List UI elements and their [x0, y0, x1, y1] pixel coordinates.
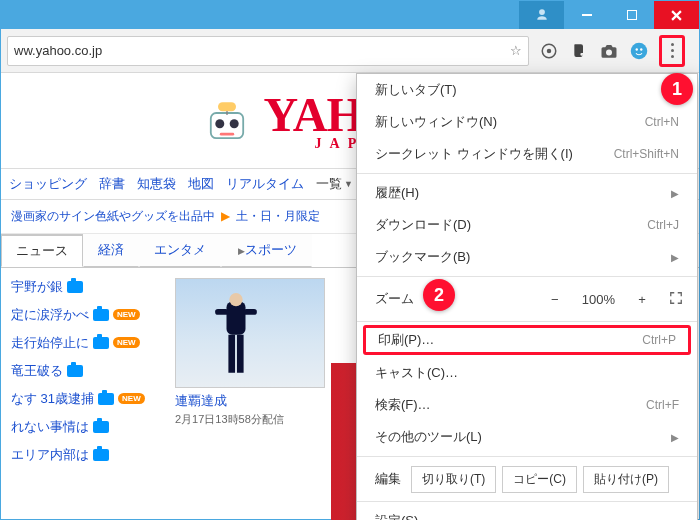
camera-icon[interactable] [599, 41, 619, 61]
skater-illustration [206, 292, 266, 387]
svg-rect-22 [244, 309, 257, 315]
promo-left[interactable]: 漫画家のサイン色紙やグッズを出品中 [11, 208, 215, 225]
user-icon [535, 8, 549, 22]
photo-icon [93, 421, 109, 433]
fullscreen-icon[interactable] [669, 291, 683, 308]
promo-tri-icon: ▶ [221, 209, 230, 223]
svg-point-9 [215, 120, 224, 129]
copy-button[interactable]: コピー(C) [502, 466, 577, 493]
new-badge: NEW [113, 309, 140, 320]
list-item[interactable]: なす 31歳逮捕 NEW [11, 390, 161, 408]
menu-print[interactable]: 印刷(P)…Ctrl+P [363, 325, 691, 355]
mascot-icon [200, 95, 254, 149]
toolbar-icons [529, 35, 693, 67]
news-thumb[interactable]: 連覇達成 2月17日13時58分配信 [175, 278, 335, 464]
list-item[interactable]: 宇野が銀 [11, 278, 161, 296]
menu-incognito[interactable]: シークレット ウィンドウを開く(I)Ctrl+Shift+N [357, 138, 697, 170]
url-text: ww.yahoo.co.jp [14, 43, 102, 58]
chrome-menu-button[interactable] [659, 35, 685, 67]
minimize-icon [582, 10, 592, 20]
svg-rect-0 [582, 14, 592, 16]
list-item[interactable]: エリア内部は [11, 446, 161, 464]
evernote-icon[interactable] [569, 41, 589, 61]
new-badge: NEW [118, 393, 145, 404]
svg-point-5 [631, 42, 648, 59]
news-list: 宇野が銀 定に涙浮かべ NEW 走行始停止に NEW 竜王破る なす 31歳逮捕… [11, 278, 161, 464]
svg-rect-20 [237, 334, 244, 372]
nav-chiebukuro[interactable]: 知恵袋 [137, 175, 176, 193]
profile-button[interactable] [519, 1, 564, 29]
list-item[interactable]: 走行始停止に NEW [11, 334, 161, 352]
photo-icon [67, 365, 83, 377]
paste-button[interactable]: 貼り付け(P) [583, 466, 669, 493]
nav-realtime[interactable]: リアルタイム [226, 175, 304, 193]
photo-icon [98, 393, 114, 405]
zoom-out-button[interactable]: − [546, 292, 564, 307]
photo-icon [93, 309, 109, 321]
menu-new-tab[interactable]: 新しいタブ(T) [357, 74, 697, 106]
svg-rect-11 [218, 103, 236, 112]
promo-right[interactable]: 土・日・月限定 [236, 208, 320, 225]
menu-settings[interactable]: 設定(S) [357, 505, 697, 520]
nav-list-dropdown[interactable]: 一覧▼ [316, 175, 353, 193]
browser-window: ww.yahoo.co.jp ☆ [0, 0, 700, 520]
svg-point-6 [636, 48, 638, 50]
photo-icon [67, 281, 83, 293]
avatar-extension-icon[interactable] [629, 41, 649, 61]
list-item[interactable]: れない事情は [11, 418, 161, 436]
list-item[interactable]: 竜王破る [11, 362, 161, 380]
menu-find[interactable]: 検索(F)…Ctrl+F [357, 389, 697, 421]
annotation-2: 2 [423, 279, 455, 311]
menu-bookmarks[interactable]: ブックマーク(B)▶ [357, 241, 697, 273]
menu-new-window[interactable]: 新しいウィンドウ(N)Ctrl+N [357, 106, 697, 138]
minimize-button[interactable] [564, 1, 609, 29]
menu-cast[interactable]: キャスト(C)… [357, 357, 697, 389]
maximize-button[interactable] [609, 1, 654, 29]
menu-more-tools[interactable]: その他のツール(L)▶ [357, 421, 697, 453]
cut-button[interactable]: 切り取り(T) [411, 466, 496, 493]
svg-point-18 [229, 293, 242, 306]
zoom-in-button[interactable]: + [633, 292, 651, 307]
zoom-value: 100% [582, 292, 615, 307]
tab-entertainment[interactable]: エンタメ [139, 234, 221, 267]
thumb-subcaption: 2月17日13時58分配信 [175, 412, 335, 427]
maximize-icon [627, 10, 637, 20]
chevron-right-icon: ▶ [671, 252, 679, 263]
window-titlebar [1, 1, 699, 29]
svg-rect-1 [627, 10, 637, 20]
menu-downloads[interactable]: ダウンロード(D)Ctrl+J [357, 209, 697, 241]
thumb-caption: 連覇達成 [175, 392, 335, 410]
annotation-1: 1 [661, 73, 693, 105]
svg-rect-13 [219, 133, 233, 136]
svg-point-3 [548, 49, 551, 52]
menu-zoom: ズーム − 100% + [357, 280, 697, 318]
svg-point-7 [640, 48, 642, 50]
chevron-right-icon: ▶ [671, 188, 679, 199]
browser-toolbar: ww.yahoo.co.jp ☆ [1, 29, 699, 73]
star-icon[interactable]: ☆ [510, 43, 522, 58]
list-item[interactable]: 定に涙浮かべ NEW [11, 306, 161, 324]
photo-icon [93, 449, 109, 461]
chrome-menu: 新しいタブ(T) 新しいウィンドウ(N)Ctrl+N シークレット ウィンドウを… [356, 73, 698, 520]
nav-shopping[interactable]: ショッピング [9, 175, 87, 193]
photo-icon [93, 337, 109, 349]
new-badge: NEW [113, 337, 140, 348]
address-bar[interactable]: ww.yahoo.co.jp ☆ [7, 36, 529, 66]
menu-edit-row: 編集 切り取り(T) コピー(C) 貼り付け(P) [357, 460, 697, 498]
svg-point-10 [229, 120, 238, 129]
svg-point-4 [606, 49, 612, 55]
tab-economy[interactable]: 経済 [83, 234, 139, 267]
tab-news[interactable]: ニュース [1, 234, 83, 267]
svg-rect-17 [227, 301, 246, 334]
extension-circle-icon[interactable] [539, 41, 559, 61]
news-thumbnail-image [175, 278, 325, 388]
close-button[interactable] [654, 1, 699, 29]
tab-sports[interactable]: ▶スポーツ [221, 234, 312, 267]
menu-history[interactable]: 履歴(H)▶ [357, 177, 697, 209]
svg-rect-21 [215, 309, 228, 315]
chevron-right-icon: ▶ [671, 432, 679, 443]
nav-dict[interactable]: 辞書 [99, 175, 125, 193]
svg-rect-19 [228, 334, 235, 372]
close-icon [671, 10, 682, 21]
nav-map[interactable]: 地図 [188, 175, 214, 193]
